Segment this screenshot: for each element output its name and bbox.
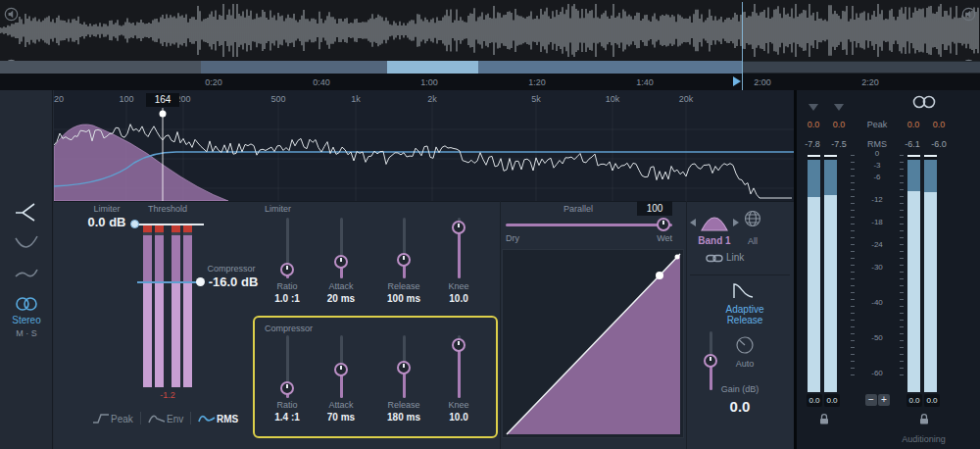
limiter-attack-slider[interactable] bbox=[334, 218, 348, 278]
timeline-scrollbar[interactable] bbox=[0, 61, 980, 74]
scale-label: 0 bbox=[857, 149, 898, 158]
waveform-display[interactable] bbox=[0, 0, 980, 61]
output-meter-right bbox=[924, 155, 937, 392]
transfer-threshold-dot[interactable] bbox=[656, 272, 663, 279]
env-mode-icon bbox=[148, 413, 166, 424]
band-shape-icon[interactable] bbox=[700, 208, 729, 231]
stereo-mode-button[interactable]: Stereo M · S bbox=[0, 294, 53, 343]
out-peak-left: 0.0 bbox=[902, 120, 925, 129]
timeline-segment bbox=[0, 61, 201, 74]
compressor-threshold-value[interactable]: -16.0 dB bbox=[197, 274, 270, 289]
out-bottom-left: 0.0 bbox=[906, 394, 922, 407]
param-value[interactable]: 20 ms bbox=[314, 293, 368, 304]
param-value[interactable]: 180 ms bbox=[376, 412, 431, 423]
meter-zoom-out-button[interactable]: − bbox=[865, 394, 877, 406]
param-label: Knee bbox=[431, 400, 486, 410]
clip-indicator[interactable] bbox=[172, 225, 180, 232]
prev-band-icon[interactable] bbox=[690, 219, 696, 226]
time-ruler: 0:20 0:40 1:00 1:20 1:40 2:00 2:20 bbox=[0, 74, 980, 90]
link-toggle[interactable]: Link bbox=[726, 252, 744, 263]
rms-mode-icon bbox=[198, 413, 216, 424]
detection-filter-icon-1[interactable] bbox=[13, 200, 38, 225]
param-label: Knee bbox=[431, 281, 486, 291]
time-label: 1:40 bbox=[625, 77, 664, 87]
clip-indicator[interactable] bbox=[183, 225, 192, 232]
auto-label[interactable]: Auto bbox=[731, 359, 759, 369]
time-label: 2:00 bbox=[743, 77, 782, 87]
parallel-slider-handle[interactable] bbox=[657, 218, 670, 231]
timeline-segment-selected bbox=[387, 61, 478, 74]
spectrum-analyzer[interactable]: 20 100 200 500 1k 2k 5k 10k 20k 164 bbox=[54, 90, 794, 201]
meter-marker-icon[interactable] bbox=[834, 104, 844, 111]
compressor-knee-slider[interactable] bbox=[452, 335, 466, 398]
limiter-ratio-slider[interactable] bbox=[280, 218, 294, 278]
meter-link-icon[interactable] bbox=[909, 94, 939, 110]
lock-icon[interactable] bbox=[818, 413, 830, 425]
meter-clip-readout[interactable]: -1.2 bbox=[143, 390, 192, 400]
scale-label: -18 bbox=[857, 218, 898, 226]
freq-label: 20k bbox=[672, 94, 700, 104]
parallel-slider-track[interactable] bbox=[506, 224, 672, 226]
meter-fill bbox=[172, 235, 180, 282]
limiter-knee-slider[interactable] bbox=[452, 218, 466, 278]
param-value[interactable]: 1.4 :1 bbox=[260, 412, 315, 423]
all-bands-globe-icon[interactable] bbox=[743, 209, 762, 228]
param-value[interactable]: 100 ms bbox=[376, 293, 431, 304]
band1-filter-shape[interactable] bbox=[54, 125, 228, 201]
wet-label: Wet bbox=[647, 233, 672, 243]
param-value[interactable]: 70 ms bbox=[314, 412, 368, 423]
time-label: 1:00 bbox=[410, 77, 449, 87]
crossover-handle[interactable] bbox=[160, 111, 167, 118]
detection-filter-icon-3[interactable] bbox=[14, 263, 39, 284]
env-mode-button[interactable]: Env bbox=[167, 414, 183, 424]
parallel-value[interactable]: 100 bbox=[637, 201, 672, 216]
gain-value[interactable]: 0.0 bbox=[696, 398, 784, 415]
param-label: Release bbox=[376, 281, 431, 291]
out-bottom-right: 0.0 bbox=[924, 394, 940, 407]
detection-filter-icon-2[interactable] bbox=[14, 233, 39, 255]
meter-zoom-in-button[interactable]: + bbox=[878, 394, 890, 406]
in-rms-left: -7.8 bbox=[800, 139, 825, 149]
divider bbox=[500, 201, 501, 449]
parallel-title: Parallel bbox=[549, 204, 608, 214]
param-value[interactable]: 1.0 :1 bbox=[260, 293, 315, 304]
band-release-slider[interactable] bbox=[704, 331, 717, 390]
lock-icon[interactable] bbox=[918, 413, 930, 425]
compressor-ratio-slider[interactable] bbox=[280, 335, 294, 398]
freq-label: 100 bbox=[115, 94, 138, 104]
crossover-freq-readout[interactable]: 164 bbox=[146, 93, 179, 107]
transfer-ceiling-dot[interactable] bbox=[675, 255, 680, 260]
clip-indicator[interactable] bbox=[155, 225, 164, 232]
transfer-curve-display[interactable] bbox=[502, 249, 684, 438]
playhead-line[interactable] bbox=[742, 2, 743, 90]
meter-fill bbox=[172, 282, 180, 387]
playhead-marker-icon[interactable] bbox=[733, 76, 741, 86]
limiter-threshold-handle[interactable] bbox=[130, 220, 139, 228]
rms-mode-button[interactable]: RMS bbox=[217, 414, 238, 424]
limiter-release-slider[interactable] bbox=[397, 218, 411, 278]
all-bands-label[interactable]: All bbox=[741, 236, 764, 246]
next-band-icon[interactable] bbox=[733, 219, 739, 226]
auto-dial-icon[interactable] bbox=[735, 335, 755, 355]
meter-marker-icon[interactable] bbox=[808, 104, 818, 111]
scale-label: -50 bbox=[857, 333, 898, 342]
speaker-icon[interactable] bbox=[4, 7, 19, 22]
param-value[interactable]: 10.0 bbox=[431, 412, 486, 423]
band-name-label[interactable]: Band 1 bbox=[686, 235, 743, 246]
peak-mode-button[interactable]: Peak bbox=[111, 414, 133, 424]
output-meter-left bbox=[907, 155, 920, 392]
adaptive-release-toggle[interactable]: Adaptive Release bbox=[704, 304, 786, 325]
timeline-segment bbox=[201, 61, 387, 74]
meter-ticks bbox=[900, 155, 904, 378]
limiter-threshold-line[interactable] bbox=[137, 224, 204, 225]
compressor-attack-slider[interactable] bbox=[334, 335, 348, 398]
param-value[interactable]: 10.0 bbox=[431, 293, 486, 304]
clip-indicator[interactable] bbox=[143, 225, 152, 232]
stereo-label: Stereo bbox=[0, 315, 53, 325]
speaker-icon[interactable] bbox=[961, 7, 976, 22]
scale-label: -6 bbox=[857, 173, 898, 181]
compressor-release-slider[interactable] bbox=[397, 335, 411, 398]
compressor-threshold-line[interactable] bbox=[137, 281, 200, 283]
auditioning-label: Auditioning bbox=[872, 434, 975, 444]
input-meter-right bbox=[824, 155, 837, 392]
